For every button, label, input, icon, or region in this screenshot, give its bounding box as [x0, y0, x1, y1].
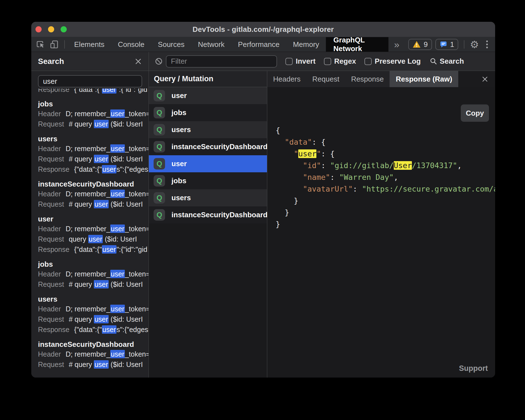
text-segment: :	[321, 161, 330, 170]
search-result-line[interactable]: HeaderD; remember_user_token=e	[38, 189, 149, 199]
text-segment: _token=e	[125, 350, 149, 358]
query-item-instancesecuritydashboard[interactable]: QinstanceSecurityDashboard	[149, 206, 267, 223]
issues-warning-badge[interactable]: 9	[408, 39, 432, 50]
text-segment: User	[394, 161, 412, 170]
text-segment: user	[94, 155, 109, 163]
text-segment: ($id: UserI	[109, 200, 143, 208]
search-group-title[interactable]: jobs	[38, 99, 149, 109]
search-panel-title: Search	[38, 57, 135, 66]
search-result-line[interactable]: Request# query user ($id: UserI	[38, 154, 149, 164]
checkbox-box-preserve-log[interactable]	[364, 58, 372, 65]
tab-graphql-network[interactable]: GraphQL Network	[326, 37, 388, 52]
text-segment: {"data":{"	[74, 89, 102, 93]
message-count: 1	[450, 40, 454, 49]
checkbox-regex[interactable]: Regex	[324, 57, 356, 66]
network-search-button[interactable]: Search	[430, 57, 464, 66]
search-group-title[interactable]: users	[38, 294, 149, 304]
search-result-line[interactable]: Response{"data":{"users":{"edges	[38, 324, 149, 335]
copy-button[interactable]: Copy	[461, 104, 489, 122]
response-raw-viewer[interactable]: { "data": { "user": { "id": "gid://gitla…	[267, 87, 495, 378]
search-group-title[interactable]: instanceSecurityDashboard	[38, 179, 149, 189]
json-line: }	[276, 207, 495, 218]
search-result-line[interactable]: Request# query user ($id: UserI	[38, 119, 149, 129]
query-item-user[interactable]: Quser	[149, 155, 267, 172]
search-result-line[interactable]: HeaderD; remember_user_token=e	[38, 144, 149, 154]
block-clear-icon[interactable]	[155, 58, 163, 65]
search-result-line[interactable]: Response{"data":{"user":{"id":"gid	[38, 244, 149, 255]
text-segment: }	[276, 220, 280, 228]
search-group-title[interactable]: jobs	[38, 259, 149, 269]
search-result-line[interactable]: HeaderD; remember_user_token=e	[38, 224, 149, 234]
search-result-line[interactable]: Requestquery user ($id: UserI	[38, 234, 149, 244]
search-result-line[interactable]: Request# query user ($id: UserI	[38, 359, 149, 370]
tab-headers[interactable]: Headers	[267, 71, 306, 87]
query-item-users[interactable]: Qusers	[149, 189, 267, 206]
indent	[276, 138, 285, 146]
settings-gear-icon[interactable]: ⚙	[470, 39, 479, 50]
checkbox-invert[interactable]: Invert	[285, 57, 316, 66]
messages-badge[interactable]: 1	[435, 39, 458, 50]
checkbox-box-regex[interactable]	[324, 58, 331, 65]
text-segment: # query	[69, 280, 94, 288]
query-item-jobs[interactable]: Qjobs	[149, 104, 267, 121]
tab-elements[interactable]: Elements	[68, 37, 111, 52]
kebab-menu-icon[interactable]	[486, 40, 488, 48]
clipped-search-result[interactable]: Response{"data":{"user":{"id":"gid	[38, 89, 149, 94]
more-tabs-icon[interactable]: »	[388, 37, 405, 52]
tab-request[interactable]: Request	[306, 71, 345, 87]
query-item-jobs[interactable]: Qjobs	[149, 172, 267, 189]
search-group-title[interactable]: user	[38, 214, 149, 224]
search-result-line[interactable]: Response{"data":{"users":{"edges	[38, 164, 149, 175]
tab-performance[interactable]: Performance	[231, 37, 286, 52]
text-segment: }	[285, 208, 289, 217]
tab-memory[interactable]: Memory	[286, 37, 326, 52]
query-type-badge: Q	[154, 175, 165, 187]
support-link[interactable]: Support	[459, 362, 488, 374]
json-line: }	[276, 218, 495, 230]
close-search-icon[interactable]	[135, 58, 142, 65]
panel-header-row: Search InvertRegexPreserve Log	[31, 52, 495, 71]
text-segment: # query	[69, 155, 94, 163]
search-result-group: usersHeaderD; remember_user_token=eReque…	[38, 294, 149, 335]
text-segment: user	[102, 245, 117, 254]
tab-sources[interactable]: Sources	[151, 37, 191, 52]
text-segment: ($id: UserI	[103, 235, 137, 243]
text-segment: user	[102, 165, 117, 173]
text-segment: ($id: UserI	[109, 155, 143, 163]
checkbox-box-invert[interactable]	[285, 58, 293, 65]
text-segment: ,	[394, 173, 398, 182]
search-result-line[interactable]: Request# query user ($id: UserI	[38, 279, 149, 290]
search-group-title[interactable]: users	[38, 134, 149, 144]
query-item-users[interactable]: Qusers	[149, 121, 267, 138]
query-item-instancesecuritydashboard[interactable]: QinstanceSecurityDashboard	[149, 138, 267, 155]
search-result-line[interactable]: HeaderD; remember_user_token=e	[38, 349, 149, 359]
text-segment: {"data":{"	[74, 326, 102, 333]
device-toolbar-icon[interactable]	[47, 37, 61, 52]
tab-response-raw[interactable]: Response (Raw)	[390, 71, 458, 87]
inspect-element-icon[interactable]	[31, 37, 47, 52]
search-input[interactable]	[38, 75, 142, 87]
search-result-line[interactable]: Response{"data":{"user":{"id":"gid	[38, 89, 149, 94]
text-segment: user	[110, 190, 125, 198]
tab-console[interactable]: Console	[111, 37, 151, 52]
text-segment: ($id: UserI	[109, 120, 143, 128]
search-result-line[interactable]: Request# query user ($id: UserI	[38, 199, 149, 209]
search-result-line[interactable]: Request# query user ($id: UserI	[38, 314, 149, 324]
text-segment: user	[94, 120, 109, 128]
query-item-user[interactable]: Quser	[149, 87, 267, 104]
search-group-title[interactable]: instanceSecurityDashboard	[38, 340, 149, 349]
text-segment: D; remember_	[66, 110, 110, 118]
search-result-line[interactable]: HeaderD; remember_user_token=e	[38, 304, 149, 314]
tab-network[interactable]: Network	[191, 37, 231, 52]
filter-input[interactable]	[166, 55, 277, 68]
query-item-label: user	[171, 159, 187, 168]
close-detail-icon[interactable]	[481, 76, 488, 83]
tab-response[interactable]: Response	[345, 71, 390, 87]
search-result-line[interactable]: HeaderD; remember_user_token=e	[38, 269, 149, 279]
line-label: Request	[38, 315, 64, 323]
text-segment: /13704317"	[412, 161, 457, 170]
search-result-line[interactable]: HeaderD; remember_user_token=e	[38, 109, 149, 119]
text-segment: user	[94, 360, 109, 369]
text-segment: ($id: UserI	[109, 315, 143, 323]
checkbox-preserve-log[interactable]: Preserve Log	[364, 57, 421, 66]
